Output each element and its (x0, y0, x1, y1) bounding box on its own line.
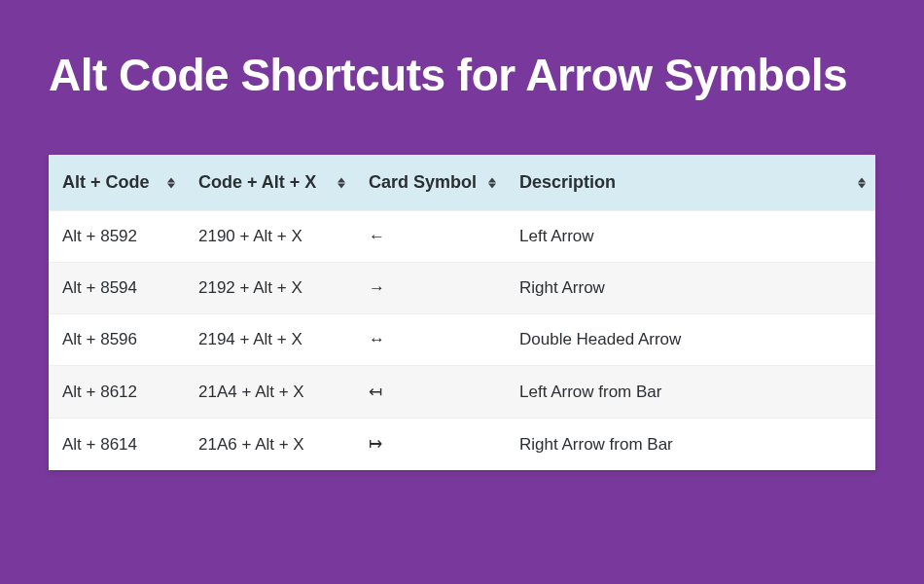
cell-alt-code: Alt + 8612 (49, 366, 185, 419)
table-row: Alt + 8596 2194 + Alt + X ↔ Double Heade… (49, 314, 875, 366)
col-header-alt-code[interactable]: Alt + Code (49, 155, 185, 211)
shortcuts-table: Alt + Code Code + Alt + X Card Symbol (49, 155, 875, 470)
cell-hex-code: 21A4 + Alt + X (185, 366, 355, 419)
col-header-label: Alt + Code (62, 172, 150, 192)
cell-description: Right Arrow from Bar (506, 419, 875, 471)
cell-alt-code: Alt + 8592 (49, 211, 185, 263)
col-header-label: Code + Alt + X (198, 172, 316, 192)
sort-icon (858, 177, 866, 188)
table-row: Alt + 8592 2190 + Alt + X ← Left Arrow (49, 211, 875, 263)
cell-symbol: ↦ (355, 419, 506, 471)
table-row: Alt + 8612 21A4 + Alt + X ↤ Left Arrow f… (49, 366, 875, 419)
table-row: Alt + 8594 2192 + Alt + X → Right Arrow (49, 263, 875, 314)
cell-description: Left Arrow from Bar (506, 366, 875, 419)
cell-symbol: ↔ (355, 314, 506, 366)
col-header-label: Card Symbol (369, 172, 477, 192)
cell-description: Left Arrow (506, 211, 875, 263)
col-header-label: Description (519, 172, 616, 192)
cell-symbol: ← (355, 211, 506, 263)
page-title: Alt Code Shortcuts for Arrow Symbols (49, 49, 875, 101)
sort-icon (338, 177, 345, 188)
table-row: Alt + 8614 21A6 + Alt + X ↦ Right Arrow … (49, 419, 875, 471)
shortcuts-table-wrap: Alt + Code Code + Alt + X Card Symbol (49, 155, 875, 470)
cell-description: Right Arrow (506, 263, 875, 314)
cell-hex-code: 2192 + Alt + X (185, 263, 355, 314)
cell-description: Double Headed Arrow (506, 314, 875, 366)
cell-alt-code: Alt + 8614 (49, 419, 185, 471)
col-header-hex-code[interactable]: Code + Alt + X (185, 155, 355, 211)
col-header-symbol[interactable]: Card Symbol (355, 155, 506, 211)
cell-alt-code: Alt + 8596 (49, 314, 185, 366)
cell-hex-code: 2194 + Alt + X (185, 314, 355, 366)
cell-alt-code: Alt + 8594 (49, 263, 185, 314)
sort-icon (167, 177, 175, 188)
cell-symbol: ↤ (355, 366, 506, 419)
cell-symbol: → (355, 263, 506, 314)
cell-hex-code: 21A6 + Alt + X (185, 419, 355, 471)
col-header-description[interactable]: Description (506, 155, 875, 211)
cell-hex-code: 2190 + Alt + X (185, 211, 355, 263)
sort-icon (488, 177, 496, 188)
table-header-row: Alt + Code Code + Alt + X Card Symbol (49, 155, 875, 211)
